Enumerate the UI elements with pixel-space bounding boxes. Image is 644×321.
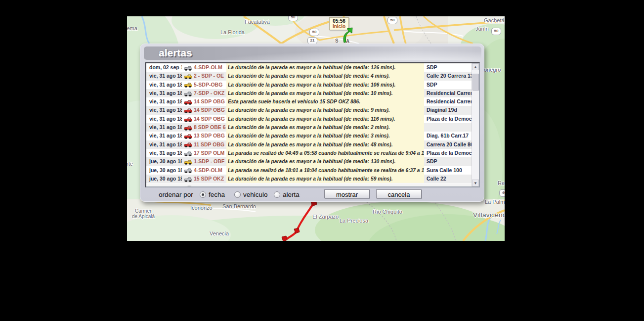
- alert-row[interactable]: jue, 30 ago 18 4-SDP-OLM La parada se re…: [146, 166, 472, 175]
- alert-row[interactable]: vie, 31 ago 18 14 SDP OBG La duración de…: [146, 106, 472, 114]
- truck-icon: [183, 73, 192, 80]
- alert-row[interactable]: jue, 30 ago 18 1-SDP - OBF La duración d…: [146, 157, 472, 166]
- alert-row[interactable]: vie, 31 ago 18 7-SDP - OKZ La duración d…: [146, 89, 472, 97]
- alert-location: Residencial Carrera: [424, 89, 472, 97]
- alert-location: Calle 20 Carrera 13: [424, 72, 472, 80]
- alert-row[interactable]: vie, 31 ago 18 13 SDP OBG La duración de…: [146, 132, 472, 140]
- alert-date: dom, 02 sep 18: [146, 63, 182, 72]
- alert-row[interactable]: vie, 31 ago 18 14 SDP OBG La duración de…: [146, 115, 472, 123]
- truck-icon: [183, 116, 192, 123]
- truck-icon: [183, 133, 192, 139]
- truck-icon: [183, 82, 192, 88]
- alert-text: La duración de la parada es mayor a la h…: [226, 81, 424, 89]
- green-arrow-icon: [341, 27, 353, 43]
- radio-fecha-control[interactable]: [200, 191, 206, 198]
- alert-row[interactable]: vie, 31 ago 18 8 SDP OBE 6 La duración d…: [146, 123, 472, 132]
- map-label: onegro: [484, 67, 501, 73]
- alert-row[interactable]: jue, 30 ago 18 15 SDP OKZ La duración de…: [146, 175, 472, 183]
- map-label: La Palma: [485, 199, 505, 205]
- vertical-scrollbar[interactable]: ▲ ▼: [472, 63, 479, 186]
- map-label: San Bernardo: [222, 203, 256, 209]
- vehicle-id: 11 SDP OBG: [194, 140, 226, 149]
- dialog-title-bar[interactable]: alertas: [144, 46, 481, 60]
- map-label: Venecia: [210, 230, 229, 236]
- map-label: Junín: [475, 26, 489, 32]
- scrollbar-thumb[interactable]: [472, 74, 479, 91]
- route-start-time: 05:56: [330, 18, 348, 24]
- radio-alerta[interactable]: alerta: [274, 191, 300, 198]
- alert-row[interactable]: vie, 31 ago 18 14 SDP OBG Esta parada su…: [146, 97, 472, 106]
- map-label: Gachetá: [484, 17, 505, 23]
- vehicle-id: 14 SDP OBG: [194, 106, 226, 114]
- vehicle-icon: [182, 123, 194, 132]
- map-label: La Preciosa: [340, 218, 368, 224]
- scroll-down-icon[interactable]: ▼: [472, 180, 479, 186]
- alert-location: Plaza de la Democra: [424, 115, 472, 123]
- truck-icon: [183, 65, 192, 71]
- alert-text: La duración de la parada es mayor a la h…: [226, 123, 424, 132]
- radio-vehiculo-control[interactable]: [234, 191, 241, 198]
- alert-row[interactable]: vie, 31 ago 18 5-SDP-OBG La duración de …: [146, 81, 472, 89]
- alert-row[interactable]: dom, 02 sep 18 4-SDP-OLM La duración de …: [146, 63, 472, 72]
- alert-date: vie, 31 ago 18: [146, 132, 182, 140]
- alert-date: vie, 31 ago 18: [146, 89, 182, 97]
- alert-date: vie, 31 ago 18: [146, 97, 182, 106]
- route-start-marker[interactable]: [341, 27, 353, 45]
- alerts-dialog: alertas dom, 02 sep 18 4-SDP-OLM La dura…: [140, 44, 484, 202]
- dialog-footer: ordenar por fecha vehiculo alerta mostra…: [140, 189, 485, 200]
- scroll-up-icon[interactable]: ▲: [472, 63, 479, 70]
- alert-text: Esta parada suele hacerla el vehiculo 15…: [226, 97, 424, 106]
- alert-text: La duración de la parada es mayor a la h…: [226, 89, 424, 97]
- vehicle-icon: [182, 149, 194, 157]
- map[interactable]: FacatativáLa FloridaGachetáJunínlemaoneg…: [127, 16, 505, 241]
- alert-row[interactable]: vie, 31 ago 18 2 - SDP - OE La duración …: [146, 72, 472, 80]
- vehicle-id: 7-SDP - OKZ: [194, 89, 226, 97]
- alert-location: Calle 22: [424, 175, 472, 183]
- vehicle-icon: [182, 81, 194, 89]
- alert-location: SDP: [424, 63, 472, 72]
- alert-date: vie, 31 ago 18: [146, 72, 182, 80]
- alert-text: La duración de la parada es mayor a la h…: [226, 72, 424, 80]
- route-shield-icon: 50: [387, 17, 397, 24]
- alert-location: SDP: [424, 81, 472, 89]
- map-label: La Florida: [220, 29, 245, 35]
- radio-vehiculo-label: vehiculo: [243, 191, 268, 198]
- show-button[interactable]: mostrar: [324, 189, 370, 198]
- map-label: Re: [498, 180, 505, 186]
- alert-text: La duración de la parada es mayor a la h…: [226, 132, 424, 140]
- alert-text: La duración de la parada es mayor a la h…: [226, 106, 424, 114]
- cancel-button[interactable]: cancela: [376, 189, 422, 198]
- alert-row-partial[interactable]: [146, 183, 472, 186]
- vehicle-icon: [182, 72, 194, 80]
- vehicle-id: 4-SDP-OLM: [194, 63, 226, 72]
- alert-text: La duración de la parada es mayor a la h…: [226, 140, 424, 149]
- truck-icon: [183, 107, 192, 114]
- map-label: Icononzo: [190, 205, 213, 211]
- alert-date: jue, 30 ago 18: [146, 175, 182, 183]
- order-by-label: ordenar por: [159, 191, 193, 198]
- radio-alerta-label: alerta: [283, 191, 300, 198]
- map-label: rte: [127, 161, 133, 167]
- alert-row[interactable]: vie, 31 ago 18 11 SDP OBG La duración de…: [146, 140, 472, 149]
- truck-icon: [183, 159, 192, 165]
- alert-text: La duración de la parada es mayor a la h…: [226, 157, 424, 166]
- alert-text: La duración de la parada es mayor a la h…: [226, 115, 424, 123]
- map-label: Villavicencio: [473, 211, 505, 219]
- alert-date: vie, 31 ago 18: [146, 106, 182, 114]
- route-shield-icon: 50: [309, 29, 319, 36]
- alert-text: La duración de la parada es mayor a la h…: [226, 63, 424, 72]
- dialog-title: alertas: [159, 47, 192, 59]
- map-label: Facatativá: [245, 19, 270, 25]
- radio-alerta-control[interactable]: [274, 191, 280, 198]
- vehicle-icon: [182, 132, 194, 140]
- vehicle-icon: [182, 140, 194, 149]
- vehicle-icon: [182, 157, 194, 166]
- radio-fecha[interactable]: fecha: [200, 191, 225, 198]
- alert-row[interactable]: vie, 31 ago 18 17 SDP OLM La parada se r…: [146, 149, 472, 157]
- alert-list[interactable]: dom, 02 sep 18 4-SDP-OLM La duración de …: [146, 63, 472, 186]
- radio-vehiculo[interactable]: vehiculo: [234, 191, 268, 198]
- alert-text: La parada se realizó de 18:01 a 18:04 cu…: [226, 166, 424, 175]
- map-label: lema: [127, 25, 137, 31]
- alert-text: La parada se realizó de 04:49 a 05:58 cu…: [226, 149, 424, 157]
- alert-location: Sura Calle 100: [424, 166, 472, 175]
